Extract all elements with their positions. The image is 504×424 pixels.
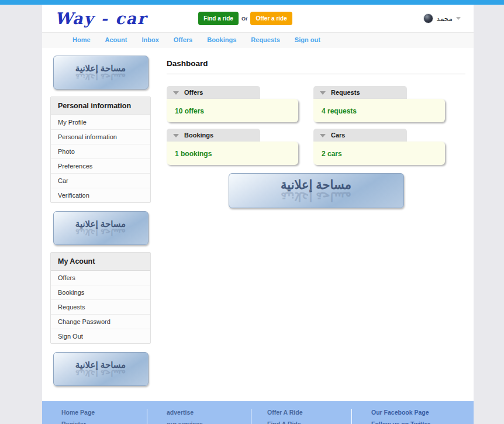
ad-text: مساحة إعلانية (281, 178, 351, 191)
panel-tab-offers[interactable]: Offers (167, 86, 260, 99)
find-ride-button[interactable]: Find a ride (198, 12, 239, 25)
footer-link-register[interactable]: Register (61, 420, 147, 424)
sidebar-item-car[interactable]: Car (51, 173, 150, 188)
footer-link-find-a-ride[interactable]: Find A Ride (267, 420, 351, 424)
offer-ride-button[interactable]: Offer a ride (250, 12, 292, 25)
site-logo[interactable]: Way - car (55, 9, 147, 27)
nav-item-offers[interactable]: Offers (174, 36, 192, 43)
nav-item-requests[interactable]: Requests (251, 36, 280, 43)
dashboard-panel-offers: Offers 10 offers (167, 86, 298, 122)
ad-text-reflection: مساحة إعلانية (75, 72, 126, 82)
footer-link-twitter[interactable]: Follow us on Twitter (371, 420, 474, 424)
footer-column-rides: Offer A Ride Find A Ride (251, 409, 352, 424)
cars-count-link[interactable]: 2 cars (322, 150, 342, 158)
nav-item-bookings[interactable]: Bookings (207, 36, 236, 43)
footer-link-advertise[interactable]: advertise (167, 409, 251, 416)
user-menu[interactable]: محمد (423, 13, 461, 23)
sidebar-item-photo[interactable]: Photo (51, 144, 150, 158)
footer-link-our-services[interactable]: our services (167, 420, 251, 424)
footer-column-site: Home Page Register (42, 409, 147, 424)
panel-tab-requests[interactable]: Requests (313, 86, 407, 99)
dashboard-panel-cars: Cars 2 cars (313, 129, 445, 165)
ad-text-reflection: مساحة إعلانية (281, 190, 351, 204)
personal-info-header: Personal information (51, 97, 150, 115)
panel-body-bookings: 1 bookings (167, 142, 298, 165)
footer: Home Page Register advertise our service… (42, 401, 474, 424)
avatar (423, 13, 433, 23)
top-accent-bar (0, 0, 504, 5)
nav-item-account[interactable]: Acount (105, 36, 127, 43)
ad-text-reflection: مساحة إعلانية (75, 227, 126, 237)
my-account-panel: My Acount Offers Bookings Requests Chang… (50, 252, 151, 344)
ad-text-reflection: مساحة إعلانية (75, 368, 126, 378)
collapse-icon (173, 134, 179, 137)
sidebar-item-my-profile[interactable]: My Profile (51, 115, 150, 129)
ad-banner-main[interactable]: مساحة إعلانية مساحة إعلانية (229, 173, 404, 208)
nav-item-signout[interactable]: Sign out (295, 36, 320, 43)
personal-info-panel: Personal information My Profile Personal… (50, 96, 151, 203)
offers-count-link[interactable]: 10 offers (175, 107, 204, 115)
panel-body-offers: 10 offers (167, 99, 298, 122)
header-actions: Find a ride Or Offer a ride (198, 12, 292, 25)
panel-title: Cars (331, 132, 345, 139)
or-label: Or (241, 16, 248, 22)
panel-tab-cars[interactable]: Cars (313, 129, 407, 142)
page-container: Way - car Find a ride Or Offer a ride مح… (42, 5, 474, 424)
dashboard-grid: Offers 10 offers Requests 4 requests (167, 86, 465, 165)
nav-item-home[interactable]: Home (73, 36, 91, 43)
chevron-down-icon (456, 17, 461, 20)
content-area: مساحة إعلانية مساحة إعلانية Personal inf… (42, 47, 474, 401)
main-content: Dashboard Offers 10 offers Requests (167, 56, 465, 393)
sidebar-item-offers[interactable]: Offers (51, 271, 150, 285)
sidebar: مساحة إعلانية مساحة إعلانية Personal inf… (50, 56, 151, 393)
sidebar-item-verification[interactable]: Verification (51, 188, 150, 202)
page-title: Dashboard (167, 59, 465, 68)
footer-link-offer-a-ride[interactable]: Offer A Ride (267, 409, 351, 416)
my-account-header: My Acount (51, 253, 150, 271)
footer-column-social: Our Facebook Page Follow us on Twitter (352, 409, 474, 424)
collapse-icon (173, 91, 179, 95)
sidebar-item-personal-information[interactable]: Personal information (51, 129, 150, 144)
sidebar-item-bookings[interactable]: Bookings (51, 285, 150, 299)
sidebar-item-requests[interactable]: Requests (51, 299, 150, 314)
panel-title: Bookings (184, 132, 213, 139)
collapse-icon (320, 134, 326, 137)
panel-title: Requests (331, 89, 360, 96)
sidebar-item-change-password[interactable]: Change Password (51, 314, 150, 329)
footer-column-services: advertise our services (147, 409, 251, 424)
dashboard-panel-bookings: Bookings 1 bookings (167, 129, 298, 165)
collapse-icon (320, 91, 326, 95)
requests-count-link[interactable]: 4 requests (322, 107, 357, 115)
username: محمد (437, 15, 453, 23)
footer-link-facebook[interactable]: Our Facebook Page (371, 409, 474, 416)
footer-link-home-page[interactable]: Home Page (61, 409, 147, 416)
nav-item-inbox[interactable]: Inbox (141, 36, 158, 43)
dashboard-panel-requests: Requests 4 requests (313, 86, 445, 122)
bookings-count-link[interactable]: 1 bookings (175, 150, 212, 158)
ad-banner-top[interactable]: مساحة إعلانية مساحة إعلانية (53, 56, 149, 89)
panel-title: Offers (184, 89, 203, 96)
panel-tab-bookings[interactable]: Bookings (167, 129, 260, 142)
panel-body-requests: 4 requests (313, 99, 445, 122)
main-nav: Home Acount Inbox Offers Bookings Reques… (42, 32, 474, 47)
title-divider (167, 74, 465, 74)
ad-banner-middle[interactable]: مساحة إعلانية مساحة إعلانية (53, 211, 149, 245)
ad-banner-bottom[interactable]: مساحة إعلانية مساحة إعلانية (53, 352, 149, 386)
site-header: Way - car Find a ride Or Offer a ride مح… (42, 5, 474, 32)
sidebar-item-sign-out[interactable]: Sign Out (51, 329, 150, 343)
panel-body-cars: 2 cars (313, 142, 445, 165)
sidebar-item-preferences[interactable]: Preferences (51, 158, 150, 173)
